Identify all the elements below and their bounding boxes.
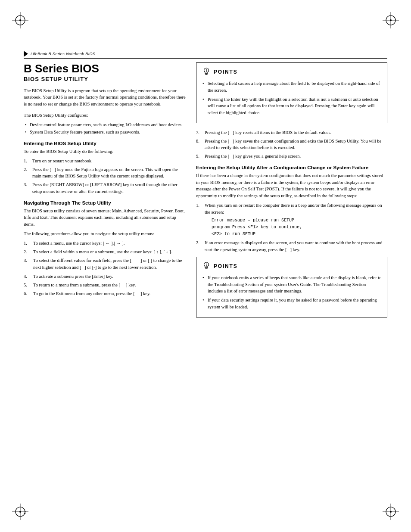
- utility-configures-label: The BIOS Setup Utility configures:: [24, 112, 187, 119]
- list-item: 3.Press the [RIGHT ARROW] or [LEFT ARROW…: [24, 181, 187, 195]
- list-item: 4.To activate a submenu press the [Enter…: [24, 273, 187, 280]
- list-item: System Data Security feature parameters,…: [24, 129, 187, 136]
- section2-intro: The BIOS setup utility consists of seven…: [24, 208, 187, 228]
- svg-rect-21: [206, 268, 208, 269]
- section1-steps: 1.Turn on or restart your notebook. 2.Pr…: [24, 158, 187, 195]
- points-item: Selecting a field causes a help message …: [202, 80, 382, 94]
- utility-configures-list: Device control feature parameters, such …: [24, 121, 187, 136]
- list-item: 8.Pressing the [ ] key saves the current…: [196, 138, 387, 152]
- section1-heading: Entering the BIOS Setup Utility: [24, 141, 187, 146]
- points-box-1: POINTS Selecting a field causes a help m…: [196, 62, 387, 123]
- points-list-1: Selecting a field causes a help message …: [202, 80, 382, 116]
- list-item: 6.To go to the Exit menu from any other …: [24, 290, 187, 297]
- main-title: B Series BIOS: [24, 62, 187, 75]
- intro-text: The BIOS Setup Utility is a program that…: [24, 87, 187, 108]
- list-item: 5.To return to a menu from a submenu, pr…: [24, 282, 187, 289]
- list-item: 2.Press the [ ] key once the Fujitsu log…: [24, 166, 187, 180]
- header-bar: LifeBook B Series Notebook BIOS: [24, 51, 387, 59]
- svg-point-19: [206, 69, 207, 70]
- list-item: 1.To select a menu, use the cursor keys:…: [24, 240, 187, 247]
- points-title-2: POINTS: [214, 263, 237, 269]
- section2-body: The following procedures allow you to na…: [24, 230, 187, 237]
- section3-body: If there has been a change in the system…: [196, 172, 387, 199]
- points-icon-1: [202, 67, 211, 77]
- corner-mark-tl: [12, 12, 28, 28]
- svg-rect-20: [205, 268, 208, 268]
- section3-heading: Entering the Setup Utility After a Confi…: [196, 165, 387, 170]
- list-item: 9.Pressing the [ ] key gives you a gener…: [196, 153, 387, 160]
- corner-mark-tr: [383, 12, 399, 28]
- content-area: B Series BIOS BIOS SETUP UTILITY The BIO…: [24, 58, 387, 502]
- points-list-2: If your notebook emits a series of beeps…: [202, 274, 382, 311]
- list-item: 3.To select the different values for eac…: [24, 257, 187, 271]
- points-header-2: POINTS: [202, 261, 382, 271]
- list-item: 2.To select a field within a menu or a s…: [24, 249, 187, 255]
- svg-rect-17: [206, 75, 208, 75]
- list-item: 2.If an error message is displayed on th…: [196, 240, 387, 253]
- points-item: If your data security settings require i…: [202, 297, 382, 311]
- header-arrow-icon: [24, 51, 28, 57]
- points-item: If your notebook emits a series of beeps…: [202, 274, 382, 295]
- steps-continued: 7.Pressing the [ ] key resets all items …: [196, 129, 387, 160]
- list-item: 1.When you turn on or restart the comput…: [196, 202, 387, 238]
- section3-steps: 1.When you turn on or restart the comput…: [196, 202, 387, 253]
- list-item: 7.Pressing the [ ] key resets all items …: [196, 129, 387, 136]
- corner-mark-br: [383, 504, 399, 520]
- corner-mark-bl: [12, 504, 28, 520]
- sub-title: BIOS SETUP UTILITY: [24, 76, 187, 82]
- list-item: Device control feature parameters, such …: [24, 121, 187, 128]
- right-column: POINTS Selecting a field causes a help m…: [196, 58, 387, 502]
- svg-point-23: [206, 263, 207, 264]
- header-title: LifeBook B Series Notebook BIOS: [31, 52, 96, 56]
- error-code-block: Error message - please run SETUPprogram …: [212, 217, 387, 238]
- section1-intro: To enter the BIOS Setup Utility do the f…: [24, 148, 187, 155]
- nav-steps-list: 1.To select a menu, use the cursor keys:…: [24, 240, 187, 298]
- svg-rect-16: [205, 74, 208, 75]
- points-box-2: POINTS If your notebook emits a series o…: [196, 257, 387, 317]
- points-item: Pressing the Enter key with the highligh…: [202, 96, 382, 116]
- list-item: 1.Turn on or restart your notebook.: [24, 158, 187, 165]
- points-icon-2: [202, 261, 211, 271]
- section2-heading: Navigating Through The Setup Utility: [24, 200, 187, 205]
- left-column: B Series BIOS BIOS SETUP UTILITY The BIO…: [24, 58, 187, 502]
- page: LifeBook B Series Notebook BIOS B Series…: [0, 0, 411, 532]
- page-number: 2: [24, 510, 26, 515]
- points-title-1: POINTS: [214, 69, 237, 75]
- points-header-1: POINTS: [202, 67, 382, 77]
